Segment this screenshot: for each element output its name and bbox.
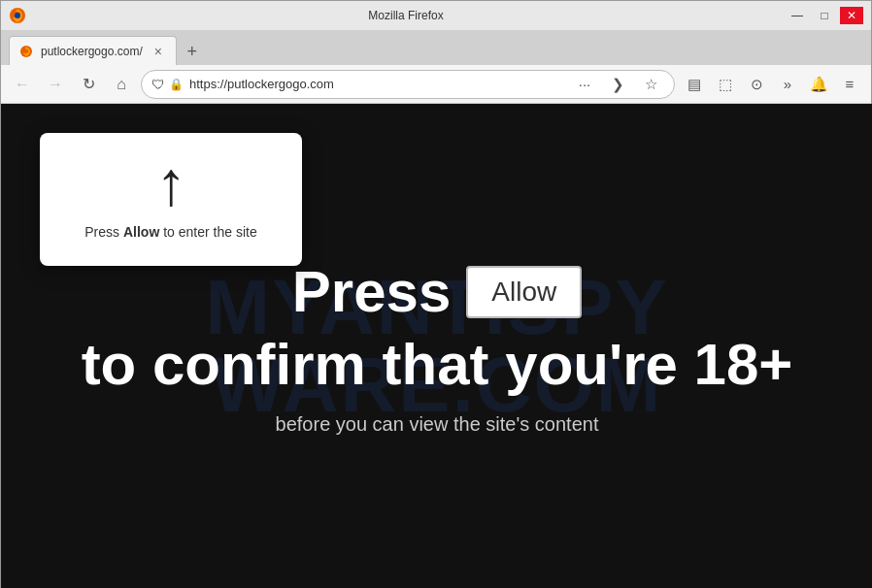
popup-text-after: to enter the site — [159, 224, 256, 240]
tab-bar: putlockergogo.com/ × + — [1, 30, 871, 65]
toolbar-right: ▤ ⬚ ⊙ » 🔔 ≡ — [681, 71, 863, 98]
forward-button[interactable]: → — [42, 71, 69, 98]
address-bar-right: ··· ❯ ☆ — [571, 71, 664, 98]
main-message: Press Allow to confirm that you're 18+ b… — [82, 257, 793, 436]
title-bar: Mozilla Firefox — □ ✕ — [1, 1, 871, 30]
account-icon[interactable]: ⊙ — [743, 71, 770, 98]
maximize-button[interactable]: □ — [813, 7, 836, 24]
browser-window: Mozilla Firefox — □ ✕ putlockergogo.com/… — [0, 0, 872, 588]
popup-arrow-icon: ↑ — [63, 152, 279, 214]
tab-close-button[interactable]: × — [151, 44, 166, 59]
popup-text-bold: Allow — [123, 224, 159, 240]
more-options-icon[interactable]: ··· — [571, 71, 598, 98]
window-title: Mozilla Firefox — [26, 9, 786, 22]
popup-text: Press Allow to enter the site — [63, 222, 279, 243]
tab-title: putlockergogo.com/ — [41, 45, 143, 58]
alert-icon[interactable]: 🔔 — [805, 71, 832, 98]
new-tab-button[interactable]: + — [179, 38, 206, 65]
active-tab[interactable]: putlockergogo.com/ × — [9, 36, 177, 65]
address-bar-icons: 🛡 🔒 — [151, 77, 184, 92]
shield-icon: 🛡 — [151, 77, 165, 92]
title-bar-left — [9, 7, 26, 24]
message-line3: before you can view the site's content — [82, 413, 793, 436]
pocket-icon: ❯ — [604, 71, 631, 98]
synced-tabs-icon[interactable]: ⬚ — [712, 71, 739, 98]
reload-button[interactable]: ↻ — [75, 71, 102, 98]
lock-icon: 🔒 — [169, 78, 184, 91]
library-icon[interactable]: ▤ — [681, 71, 708, 98]
bookmark-icon[interactable]: ☆ — [637, 71, 664, 98]
page-content: MYANTISPYWARE.COM ↑ Press Allow to enter… — [1, 104, 872, 588]
press-text: Press — [292, 257, 451, 327]
allow-button[interactable]: Allow — [466, 266, 582, 318]
overflow-icon[interactable]: » — [774, 71, 801, 98]
address-bar[interactable]: 🛡 🔒 https://putlockergogo.com ··· ❯ ☆ — [141, 70, 675, 99]
minimize-button[interactable]: — — [786, 7, 809, 24]
back-button[interactable]: ← — [9, 71, 36, 98]
menu-button[interactable]: ≡ — [836, 71, 863, 98]
address-text: https://putlockergogo.com — [189, 77, 565, 91]
close-button[interactable]: ✕ — [840, 7, 863, 24]
firefox-icon — [9, 7, 26, 24]
toolbar: ← → ↻ ⌂ 🛡 🔒 https://putlockergogo.com ··… — [1, 65, 871, 104]
home-button[interactable]: ⌂ — [108, 71, 135, 98]
message-line1: Press Allow — [82, 257, 793, 327]
popup-text-before: Press — [84, 224, 123, 240]
window-controls: — □ ✕ — [786, 7, 863, 24]
browser-notification-popup: ↑ Press Allow to enter the site — [40, 133, 302, 266]
svg-point-1 — [15, 13, 20, 18]
message-line2: to confirm that you're 18+ — [82, 331, 793, 398]
tab-favicon-icon — [19, 45, 33, 58]
